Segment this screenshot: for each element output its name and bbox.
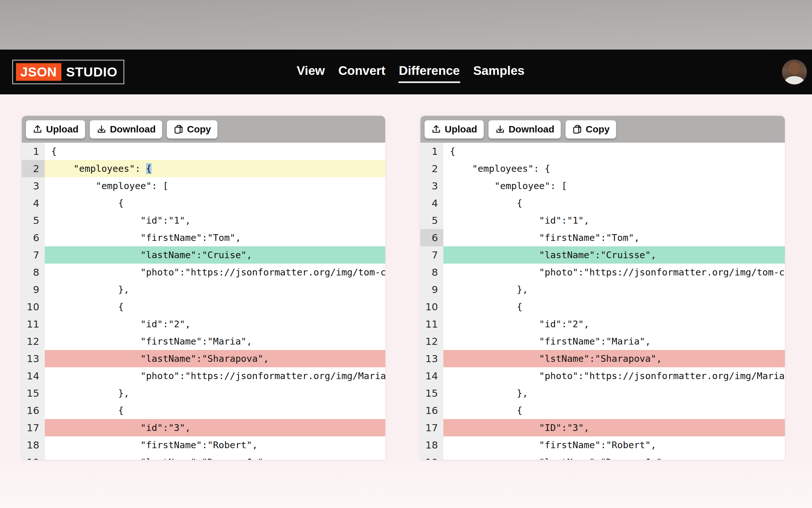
code-line-text[interactable]: "id":"2", — [45, 315, 385, 333]
app-logo[interactable]: JSON STUDIO — [12, 60, 124, 84]
code-line-text[interactable]: "photo":"https://jsonformatter.org/img/M… — [443, 367, 785, 384]
code-line-text[interactable]: "lstName":"Sharapova", — [443, 350, 785, 367]
code-line: 10 { — [22, 298, 385, 315]
code-line: 6 "firstName":"Tom", — [22, 229, 385, 246]
line-number: 6 — [420, 229, 443, 246]
line-number: 11 — [420, 315, 443, 333]
code-line: 14 "photo":"https://jsonformatter.org/im… — [420, 367, 785, 384]
code-line-text[interactable]: "firstName":"Tom", — [443, 229, 785, 246]
code-line: 16 { — [420, 402, 785, 419]
code-line-text[interactable]: { — [45, 195, 385, 212]
code-line-text[interactable]: { — [45, 402, 385, 419]
copy-button[interactable]: Copy — [167, 120, 218, 138]
code-line-text[interactable]: "lastName":"Cruisse", — [443, 246, 785, 264]
code-line-text[interactable]: "firstName":"Maria", — [443, 333, 785, 350]
code-editor[interactable]: 1{2 "employees": {3 "employee": [4 {5 "i… — [420, 143, 785, 460]
matched-bracket: { — [146, 163, 151, 174]
copy-button[interactable]: Copy — [566, 120, 616, 138]
upload-button[interactable]: Upload — [425, 120, 484, 138]
line-number: 4 — [420, 195, 443, 212]
button-label: Copy — [187, 124, 211, 135]
main-nav: ViewConvertDifferenceSamples — [296, 63, 525, 81]
copy-icon — [173, 124, 184, 135]
line-number: 14 — [420, 367, 443, 384]
code-line: 3 "employee": [ — [420, 177, 785, 195]
code-line: 18 "firstName":"Robert", — [420, 436, 785, 454]
code-line: 9 }, — [22, 281, 385, 298]
code-line-text[interactable]: "lastName":"Sharapova", — [45, 350, 385, 367]
code-line-text[interactable]: "firstName":"Robert", — [45, 436, 385, 454]
code-line-text[interactable]: "firstName":"Tom", — [45, 229, 385, 246]
code-line: 11 "id":"2", — [22, 315, 385, 333]
code-line: 10 { — [420, 298, 785, 315]
nav-view[interactable]: View — [296, 63, 326, 81]
button-label: Copy — [586, 124, 610, 135]
code-line-text[interactable]: "firstName":"Robert", — [443, 436, 785, 454]
code-line-text[interactable]: { — [443, 298, 785, 315]
line-number: 16 — [22, 402, 45, 419]
code-line-text[interactable]: "ID":"3", — [443, 419, 785, 436]
code-line-text[interactable]: "photo":"https://jsonformatter.org/img/t… — [443, 264, 785, 281]
code-line-text[interactable]: "employee": [ — [443, 177, 785, 195]
nav-samples[interactable]: Samples — [473, 63, 525, 81]
line-number: 10 — [22, 298, 45, 315]
code-line-text[interactable]: }, — [45, 281, 385, 298]
code-line: 8 "photo":"https://jsonformatter.org/img… — [22, 264, 385, 281]
panel-toolbar: UploadDownloadCopy — [420, 116, 785, 143]
code-line: 6 "firstName":"Tom", — [420, 229, 785, 246]
code-line-text[interactable]: "lastName":"Downey Jr", — [45, 454, 385, 460]
nav-difference[interactable]: Difference — [398, 63, 461, 81]
code-line-text[interactable]: "photo":"https://jsonformatter.org/img/M… — [45, 367, 385, 384]
code-line-text[interactable]: }, — [45, 384, 385, 402]
code-line-text[interactable]: "lastName":"Cruise", — [45, 246, 385, 264]
code-line-text[interactable]: { — [443, 143, 785, 160]
download-button[interactable]: Download — [90, 120, 162, 138]
line-number: 18 — [22, 436, 45, 454]
code-line-text[interactable]: "employee": [ — [45, 177, 385, 195]
code-line: 15 }, — [420, 384, 785, 402]
line-number: 2 — [420, 160, 443, 177]
code-line: 5 "id":"1", — [420, 212, 785, 229]
code-line: 2 "employees": { — [420, 160, 785, 177]
code-line-text[interactable]: "id":"3", — [45, 419, 385, 436]
line-number: 8 — [420, 264, 443, 281]
desktop-background — [0, 0, 812, 50]
logo-secondary-text: STUDIO — [66, 65, 117, 80]
code-line-text[interactable]: "id":"1", — [45, 212, 385, 229]
code-line-text[interactable]: "id":"1", — [443, 212, 785, 229]
code-line-text[interactable]: { — [45, 298, 385, 315]
code-line: 5 "id":"1", — [22, 212, 385, 229]
code-line: 3 "employee": [ — [22, 177, 385, 195]
code-line-text[interactable]: "id":"2", — [443, 315, 785, 333]
line-number: 7 — [22, 246, 45, 264]
line-number: 10 — [420, 298, 443, 315]
user-avatar[interactable] — [782, 59, 807, 84]
code-line-text[interactable]: "photo":"https://jsonformatter.org/img/t… — [45, 264, 385, 281]
line-number: 3 — [420, 177, 443, 195]
code-line: 13 "lastName":"Sharapova", — [22, 350, 385, 367]
code-line: 12 "firstName":"Maria", — [420, 333, 785, 350]
json-panel-left: UploadDownloadCopy1{2 "employees": {3 "e… — [22, 116, 385, 460]
code-line-text[interactable]: "employees": { — [443, 160, 785, 177]
code-line-text[interactable]: }, — [443, 384, 785, 402]
copy-icon — [572, 124, 582, 135]
code-line: 7 "lastName":"Cruisse", — [420, 246, 785, 264]
code-line-text[interactable]: }, — [443, 281, 785, 298]
code-line-text[interactable]: { — [443, 195, 785, 212]
code-line-text[interactable]: { — [443, 402, 785, 419]
code-line: 15 }, — [22, 384, 385, 402]
code-line: 1{ — [420, 143, 785, 160]
download-button[interactable]: Download — [488, 120, 561, 138]
code-line-text[interactable]: "firstName":"Maria", — [45, 333, 385, 350]
nav-convert[interactable]: Convert — [338, 63, 386, 81]
line-number: 5 — [22, 212, 45, 229]
code-line-text[interactable]: { — [45, 143, 385, 160]
code-line-text[interactable]: "lastName":"Downey Jr", — [443, 454, 785, 460]
code-editor[interactable]: 1{2 "employees": {3 "employee": [4 {5 "i… — [22, 143, 385, 460]
code-line: 18 "firstName":"Robert", — [22, 436, 385, 454]
code-line: 1{ — [22, 143, 385, 160]
code-line: 14 "photo":"https://jsonformatter.org/im… — [22, 367, 385, 384]
code-line-text[interactable]: "employees": { — [45, 160, 385, 177]
line-number: 9 — [420, 281, 443, 298]
upload-button[interactable]: Upload — [26, 120, 85, 138]
